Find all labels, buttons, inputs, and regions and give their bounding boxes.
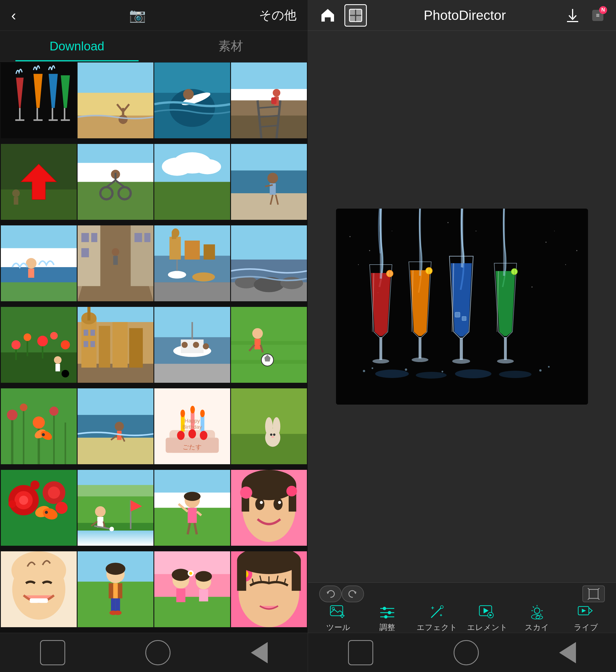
right-nav-triangle-button[interactable] bbox=[559, 642, 576, 663]
tab-material[interactable]: 素材 bbox=[154, 31, 308, 61]
photo-cell-11[interactable] bbox=[154, 225, 230, 301]
svg-point-146 bbox=[20, 403, 27, 411]
nav-circle-button[interactable] bbox=[145, 640, 171, 665]
redo-button[interactable] bbox=[342, 585, 364, 602]
svg-marker-269 bbox=[321, 9, 334, 22]
photo-cell-5[interactable] bbox=[1, 144, 77, 220]
svg-point-108 bbox=[54, 356, 62, 364]
svg-point-104 bbox=[61, 340, 70, 349]
element-button[interactable]: エレメント bbox=[467, 605, 508, 633]
photo-cell-28[interactable] bbox=[231, 551, 307, 627]
photo-cell-18[interactable] bbox=[78, 388, 153, 464]
svg-point-245 bbox=[106, 563, 125, 575]
photo-cell-17[interactable] bbox=[1, 388, 77, 464]
left-bottom-nav bbox=[0, 633, 308, 672]
download-button[interactable] bbox=[563, 6, 582, 25]
svg-rect-21 bbox=[154, 62, 230, 93]
svg-rect-36 bbox=[271, 97, 277, 104]
photo-cell-2[interactable] bbox=[78, 62, 153, 138]
back-button[interactable]: ‹ bbox=[11, 7, 16, 24]
photo-cell-22[interactable] bbox=[78, 470, 153, 546]
photo-cell-8[interactable] bbox=[231, 144, 307, 220]
svg-rect-157 bbox=[78, 438, 153, 464]
svg-line-365 bbox=[533, 606, 534, 608]
svg-point-310 bbox=[452, 359, 470, 364]
svg-point-173 bbox=[200, 431, 207, 440]
svg-point-144 bbox=[7, 410, 18, 420]
photo-cell-10[interactable] bbox=[78, 225, 153, 301]
photo-cell-25[interactable] bbox=[1, 551, 77, 627]
svg-point-289 bbox=[531, 286, 533, 288]
photo-cell-14[interactable] bbox=[78, 307, 153, 383]
nav-square-button[interactable] bbox=[40, 640, 65, 665]
tools-button[interactable]: ツール bbox=[319, 605, 358, 633]
svg-point-253 bbox=[172, 569, 190, 581]
left-panel: ‹ 📷 その他 Download 素材 bbox=[0, 0, 308, 672]
svg-rect-67 bbox=[1, 282, 77, 301]
photo-cell-20[interactable] bbox=[231, 388, 307, 464]
right-nav-circle-button[interactable] bbox=[454, 640, 479, 665]
svg-point-79 bbox=[112, 248, 119, 256]
svg-rect-240 bbox=[118, 583, 122, 598]
photo-cell-13[interactable] bbox=[1, 307, 77, 383]
svg-rect-77 bbox=[134, 233, 142, 242]
right-panel: PhotoDirector ≡ N bbox=[308, 0, 616, 672]
svg-point-130 bbox=[182, 342, 188, 348]
svg-point-320 bbox=[375, 370, 409, 378]
svg-point-296 bbox=[372, 359, 389, 363]
photo-cell-16[interactable] bbox=[231, 307, 307, 383]
adjust-button[interactable]: 調整 bbox=[368, 605, 407, 633]
camera-icon[interactable]: 📷 bbox=[129, 8, 146, 23]
home-button[interactable] bbox=[316, 4, 339, 27]
svg-rect-55 bbox=[154, 182, 230, 220]
svg-point-131 bbox=[193, 342, 199, 348]
photo-cell-15[interactable] bbox=[154, 307, 230, 383]
photo-cell-12[interactable] bbox=[231, 225, 307, 301]
effect-button[interactable]: エフェクト bbox=[417, 605, 457, 633]
sky-button[interactable]: スカイ bbox=[517, 605, 557, 633]
svg-rect-87 bbox=[185, 241, 200, 260]
photo-cell-3[interactable] bbox=[154, 62, 230, 138]
photo-cell-27[interactable] bbox=[154, 551, 230, 627]
svg-rect-14 bbox=[78, 93, 153, 115]
photo-cell-1[interactable] bbox=[1, 62, 77, 138]
svg-point-202 bbox=[95, 506, 106, 517]
svg-rect-155 bbox=[78, 388, 153, 415]
right-nav-square-button[interactable] bbox=[348, 640, 373, 665]
svg-rect-332 bbox=[589, 589, 598, 598]
crop-button[interactable] bbox=[582, 585, 605, 602]
svg-point-225 bbox=[255, 498, 265, 510]
notification-button[interactable]: ≡ N bbox=[588, 6, 608, 25]
svg-point-197 bbox=[55, 502, 67, 514]
svg-point-283 bbox=[392, 231, 392, 231]
svg-line-334 bbox=[598, 598, 599, 600]
svg-text:ごたす: ごたす bbox=[183, 444, 202, 451]
undo-button[interactable] bbox=[319, 585, 342, 602]
photo-cell-26[interactable] bbox=[78, 551, 153, 627]
photo-cell-4[interactable] bbox=[231, 62, 307, 138]
svg-line-335 bbox=[588, 598, 589, 600]
photo-cell-6[interactable] bbox=[78, 144, 153, 220]
svg-point-34 bbox=[273, 89, 280, 97]
svg-point-194 bbox=[45, 511, 48, 514]
svg-point-189 bbox=[19, 496, 28, 505]
svg-marker-357 bbox=[484, 608, 489, 613]
photo-cell-23[interactable] bbox=[154, 470, 230, 546]
svg-point-227 bbox=[260, 501, 263, 504]
tab-download[interactable]: Download bbox=[0, 31, 154, 61]
main-image-area bbox=[308, 31, 616, 582]
nav-triangle-button[interactable] bbox=[251, 642, 268, 663]
svg-rect-78 bbox=[144, 233, 150, 242]
live-button[interactable]: ライブ bbox=[566, 605, 606, 633]
photo-cell-19[interactable]: ごたす Happy Birthday bbox=[154, 388, 230, 464]
other-menu[interactable]: その他 bbox=[259, 7, 297, 24]
gallery-button[interactable] bbox=[344, 4, 367, 27]
svg-rect-274 bbox=[356, 16, 362, 22]
photo-cell-24[interactable] bbox=[231, 470, 307, 546]
photo-grid: ごたす Happy Birthday bbox=[0, 62, 308, 633]
photo-cell-7[interactable] bbox=[154, 144, 230, 220]
svg-rect-309 bbox=[460, 338, 463, 360]
photo-cell-21[interactable] bbox=[1, 470, 77, 546]
photo-cell-9[interactable] bbox=[1, 225, 77, 301]
svg-rect-272 bbox=[356, 9, 362, 15]
